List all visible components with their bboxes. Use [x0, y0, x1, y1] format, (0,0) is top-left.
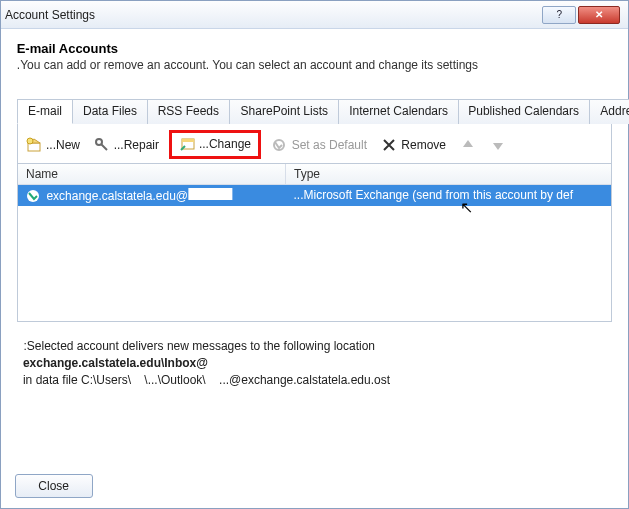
info-location: @exchange.calstatela.edu\Inbox — [23, 356, 606, 370]
new-icon — [26, 137, 42, 153]
change-icon — [179, 136, 195, 152]
tab-strip: E-mail Data Files RSS Feeds SharePoint L… — [17, 98, 612, 124]
arrow-up-icon — [460, 137, 476, 153]
svg-rect-5 — [182, 139, 194, 142]
footer: Close — [15, 474, 93, 498]
move-up-button — [456, 135, 480, 155]
arrow-down-icon — [490, 137, 506, 153]
list-row[interactable]: @exchange.calstatela.edu Microsoft Excha… — [18, 185, 611, 206]
remove-button[interactable]: Remove — [377, 135, 450, 155]
col-header-name[interactable]: Name — [18, 164, 286, 184]
help-button[interactable]: ? — [542, 6, 576, 24]
info-intro: Selected account delivers new messages t… — [23, 339, 606, 353]
svg-marker-7 — [463, 140, 473, 147]
list-header: Name Type — [18, 164, 611, 185]
info-path: in data file C:\Users\ \...\Outlook\ ...… — [23, 373, 606, 387]
account-list: Name Type @exchange.calstatela.edu Micro… — [17, 164, 612, 322]
mouse-cursor-icon: ↖ — [460, 198, 473, 217]
tab-email[interactable]: E-mail — [17, 99, 73, 124]
titlebar: Account Settings ? ✕ — [1, 1, 628, 29]
remove-icon — [381, 137, 397, 153]
svg-point-9 — [27, 190, 39, 202]
tab-sharepoint-lists[interactable]: SharePoint Lists — [229, 99, 338, 124]
page-subtitle: You can add or remove an account. You ca… — [17, 58, 612, 72]
close-window-button[interactable]: ✕ — [578, 6, 620, 24]
tab-address-books[interactable]: Address Books — [589, 99, 629, 124]
svg-marker-8 — [493, 143, 503, 150]
move-down-button — [486, 135, 510, 155]
change-button[interactable]: Change... — [175, 134, 255, 154]
account-settings-window: Account Settings ? ✕ E-mail Accounts You… — [0, 0, 629, 509]
page-title: E-mail Accounts — [17, 41, 612, 56]
change-highlight: Change... — [169, 130, 261, 159]
svg-point-2 — [27, 138, 33, 144]
set-default-button: Set as Default — [267, 135, 370, 155]
titlebar-buttons: ? ✕ — [542, 6, 620, 24]
window-title: Account Settings — [5, 8, 95, 22]
toolbar: New... Repair... Change... — [17, 124, 612, 164]
close-button[interactable]: Close — [15, 474, 93, 498]
tab-published-calendars[interactable]: Published Calendars — [458, 99, 591, 124]
repair-icon — [94, 137, 110, 153]
content-area: E-mail Accounts You can add or remove an… — [1, 29, 628, 404]
row-name-text: @exchange.calstatela.edu — [46, 189, 188, 203]
tab-rss-feeds[interactable]: RSS Feeds — [147, 99, 230, 124]
tab-internet-calendars[interactable]: Internet Calendars — [338, 99, 459, 124]
redacted — [188, 188, 232, 200]
default-icon — [271, 137, 287, 153]
new-button[interactable]: New... — [22, 135, 84, 155]
tab-data-files[interactable]: Data Files — [72, 99, 148, 124]
row-type-cell: Microsoft Exchange (send from this accou… — [286, 185, 611, 206]
info-block: Selected account delivers new messages t… — [17, 322, 612, 396]
account-default-icon — [26, 189, 40, 203]
repair-button[interactable]: Repair... — [90, 135, 163, 155]
row-name-cell: @exchange.calstatela.edu — [18, 185, 286, 206]
svg-point-3 — [96, 139, 102, 145]
col-header-type[interactable]: Type — [286, 164, 611, 184]
